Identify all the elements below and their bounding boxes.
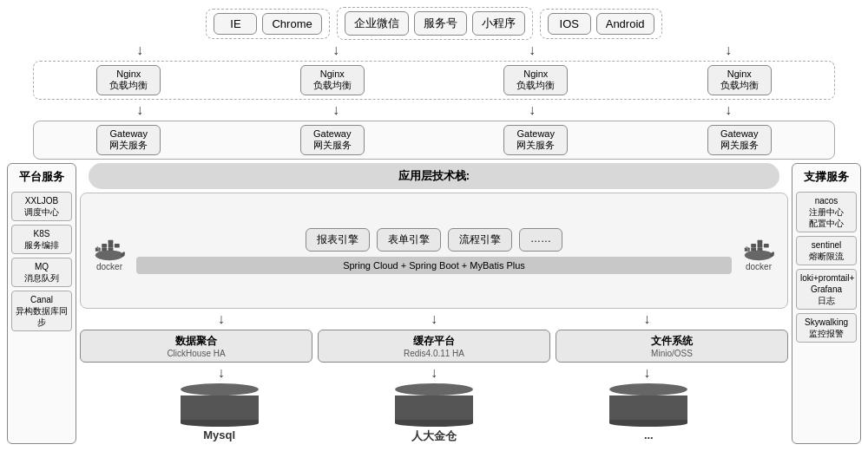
svg-rect-6 (108, 239, 114, 243)
left-panel-title: 平台服务 (11, 169, 72, 185)
qywx-box: 企业微信 (345, 11, 409, 36)
db-mysql-label: Mysql (203, 428, 235, 441)
db-rdjk-label: 人大金仓 (411, 428, 457, 444)
arrow-row-2: ↓ ↓ ↓ ↓ (7, 103, 861, 117)
gateway-box-4: Gateway网关服务 (707, 125, 772, 155)
engines-area: 报表引擎 表单引擎 流程引擎 …… Spring Cloud + Spring … (136, 228, 732, 274)
svg-rect-3 (115, 244, 120, 247)
nginx-box-1: Nginx负载均衡 (96, 65, 161, 95)
right-item-skywalking: Skywalking 监控报警 (796, 313, 857, 343)
data-box-minio: 文件系统 Minio/OSS (556, 330, 788, 363)
db-rdjk-body (395, 395, 473, 420)
left-item-xxljob: XXLJOB 调度中心 (11, 192, 72, 221)
xcx-box: 小程序 (472, 11, 525, 36)
client-layer: IE Chrome 企业微信 服务号 小程序 IOS Android (7, 7, 861, 40)
arrow-down-10: ↓ (431, 311, 437, 327)
arrow-down-2: ↓ (332, 42, 339, 58)
svg-rect-14 (758, 239, 763, 243)
gateway-layer: Gateway网关服务 Gateway网关服务 Gateway网关服务 Gate… (33, 121, 835, 160)
arrow-down-8: ↓ (725, 102, 732, 118)
arrow-row-4: ↓ ↓ ↓ (80, 366, 788, 380)
db-other-body (609, 395, 687, 420)
gateway-box-3: Gateway网关服务 (503, 125, 568, 155)
nginx-box-2: Nginx负载均衡 (300, 65, 365, 95)
db-mysql-top (181, 383, 259, 395)
engine-flow: 流程引擎 (448, 228, 512, 252)
db-rdjk-bottom (395, 420, 473, 427)
docker-right: docker (737, 231, 780, 271)
data-box-clickhouse: 数据聚合 ClickHouse HA (80, 330, 312, 363)
docker-left-label: docker (96, 262, 122, 271)
arrow-down-5: ↓ (136, 102, 143, 118)
chrome-box: Chrome (262, 13, 321, 35)
data-box-redis: 缓存平台 Redis4.0.11 HA (318, 330, 550, 363)
docker-left: docker (88, 231, 131, 271)
svg-rect-1 (102, 244, 107, 247)
svg-rect-2 (108, 244, 114, 247)
nginx-box-3: Nginx负载均衡 (503, 65, 568, 95)
ie-box: IE (214, 13, 257, 35)
app-layer-oval: 应用层技术栈: (89, 163, 779, 189)
engines-row: 报表引擎 表单引擎 流程引擎 …… (136, 228, 732, 252)
db-other: ... (609, 383, 687, 444)
android-box: Android (596, 13, 654, 35)
arrow-down-9: ↓ (218, 311, 225, 327)
gateway-box-1: Gateway网关服务 (96, 125, 161, 155)
arrow-down-6: ↓ (332, 102, 339, 118)
ios-box: IOS (548, 13, 591, 35)
left-item-canal: Canal 异构数据库同步 (11, 291, 72, 331)
db-mysql: Mysql (181, 383, 259, 444)
db-mysql-body (181, 395, 259, 420)
left-item-mq: MQ 消息队列 (11, 258, 72, 287)
arrow-down-13: ↓ (431, 365, 437, 381)
svg-rect-9 (751, 244, 756, 247)
right-item-sentinel: sentinel 熔断限流 (796, 236, 857, 265)
gateway-box-2: Gateway网关服务 (300, 125, 365, 155)
fwh-box: 服务号 (414, 11, 467, 36)
arrow-down-12: ↓ (218, 365, 225, 381)
middle-section: 平台服务 XXLJOB 调度中心 K8S 服务编排 MQ 消息队列 Canal … (7, 163, 861, 444)
arrow-row-1: ↓ ↓ ↓ ↓ (7, 43, 861, 57)
wechat-client-group: 企业微信 服务号 小程序 (337, 7, 533, 40)
right-panel-title: 支撑服务 (796, 169, 857, 185)
svg-point-7 (95, 250, 123, 260)
nginx-group: Nginx负载均衡 Nginx负载均衡 Nginx负载均衡 Nginx负载均衡 (44, 65, 824, 95)
arrow-down-14: ↓ (643, 365, 650, 381)
main-container: IE Chrome 企业微信 服务号 小程序 IOS Android ↓ ↓ ↓… (0, 0, 868, 451)
db-rdjk-top (395, 383, 473, 395)
docker-right-label: docker (746, 262, 772, 271)
arrow-down-4: ↓ (725, 42, 732, 58)
svg-point-15 (745, 250, 773, 260)
db-other-top (609, 383, 687, 395)
arrow-down-3: ↓ (529, 42, 536, 58)
arrow-down-1: ↓ (136, 42, 143, 58)
engine-more: …… (519, 228, 562, 252)
nginx-box-4: Nginx负载均衡 (707, 65, 772, 95)
svg-rect-11 (764, 244, 769, 247)
db-layer: Mysql 人大金仓 ... (80, 383, 788, 444)
right-panel: 支撑服务 nacos 注册中心 配置中心 sentinel 熔断限流 loki+… (792, 163, 861, 444)
nginx-layer: Nginx负载均衡 Nginx负载均衡 Nginx负载均衡 Nginx负载均衡 (33, 61, 835, 100)
gateway-group: Gateway网关服务 Gateway网关服务 Gateway网关服务 Gate… (44, 125, 824, 155)
right-item-loki: loki+promtail+ Grafana 日志 (796, 269, 857, 310)
arrow-down-7: ↓ (529, 102, 536, 118)
db-mysql-bottom (181, 420, 259, 427)
db-rdjk: 人大金仓 (395, 383, 473, 444)
mobile-client-group: IOS Android (540, 9, 662, 39)
arrow-down-11: ↓ (643, 311, 650, 327)
center-panel: 应用层技术栈: (80, 163, 788, 444)
left-item-k8s: K8S 服务编排 (11, 225, 72, 254)
svg-rect-10 (758, 244, 763, 247)
db-other-label: ... (644, 428, 654, 441)
arrow-row-3: ↓ ↓ ↓ (80, 312, 788, 326)
db-other-bottom (609, 420, 687, 427)
engine-report: 报表引擎 (306, 228, 370, 252)
engine-form: 表单引擎 (377, 228, 441, 252)
pc-client-group: IE Chrome (206, 9, 329, 39)
app-inner: docker 报表引擎 表单引擎 流程引擎 …… Spring Cloud + … (80, 193, 788, 309)
data-layer: 数据聚合 ClickHouse HA 缓存平台 Redis4.0.11 HA 文… (80, 330, 788, 363)
left-panel: 平台服务 XXLJOB 调度中心 K8S 服务编排 MQ 消息队列 Canal … (7, 163, 76, 444)
right-item-nacos: nacos 注册中心 配置中心 (796, 192, 857, 232)
spring-bar: Spring Cloud + Spring Boot + MyBatis Plu… (136, 257, 732, 274)
